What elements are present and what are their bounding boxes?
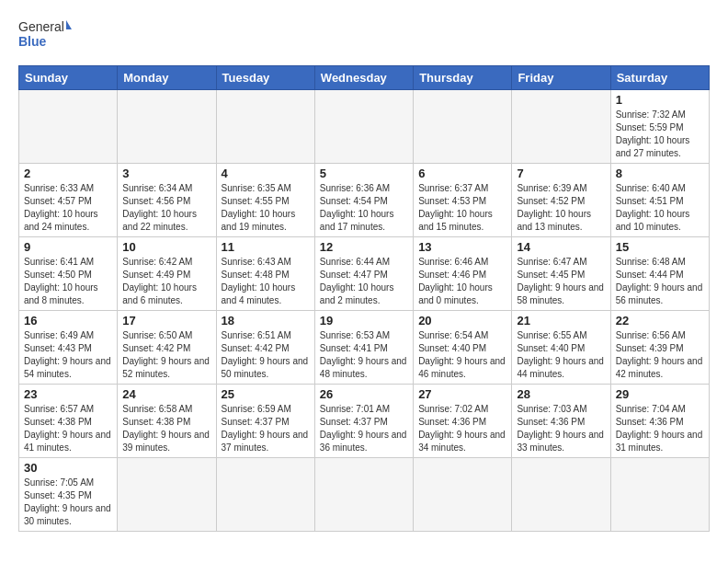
day-number: 5 xyxy=(320,167,408,180)
day-cell: 15Sunrise: 6:48 AM Sunset: 4:44 PM Dayli… xyxy=(610,237,709,311)
day-info: Sunrise: 6:53 AM Sunset: 4:41 PM Dayligh… xyxy=(320,329,408,381)
day-number: 4 xyxy=(222,167,310,180)
day-info: Sunrise: 6:56 AM Sunset: 4:39 PM Dayligh… xyxy=(616,329,704,381)
day-cell: 12Sunrise: 6:44 AM Sunset: 4:47 PM Dayli… xyxy=(314,237,413,311)
day-cell xyxy=(216,90,314,164)
day-number: 26 xyxy=(320,387,408,401)
day-number: 21 xyxy=(517,314,605,327)
day-info: Sunrise: 7:05 AM Sunset: 4:35 PM Dayligh… xyxy=(24,477,112,528)
weekday-saturday: Saturday xyxy=(610,66,709,90)
weekday-friday: Friday xyxy=(512,66,610,90)
day-info: Sunrise: 6:50 AM Sunset: 4:42 PM Dayligh… xyxy=(122,329,210,381)
day-number: 19 xyxy=(320,314,408,327)
week-row-0: 1Sunrise: 7:32 AM Sunset: 5:59 PM Daylig… xyxy=(19,90,710,164)
day-number: 27 xyxy=(418,387,506,401)
day-cell: 7Sunrise: 6:39 AM Sunset: 4:52 PM Daylig… xyxy=(512,164,610,237)
day-info: Sunrise: 6:59 AM Sunset: 4:37 PM Dayligh… xyxy=(222,403,310,454)
day-info: Sunrise: 6:42 AM Sunset: 4:49 PM Dayligh… xyxy=(122,256,210,307)
day-info: Sunrise: 6:34 AM Sunset: 4:56 PM Dayligh… xyxy=(122,182,210,234)
day-number: 24 xyxy=(122,387,210,401)
day-cell xyxy=(414,90,512,164)
day-info: Sunrise: 6:58 AM Sunset: 4:38 PM Dayligh… xyxy=(122,403,210,454)
weekday-sunday: Sunday xyxy=(19,66,118,90)
day-number: 16 xyxy=(24,314,112,327)
day-cell: 9Sunrise: 6:41 AM Sunset: 4:50 PM Daylig… xyxy=(19,237,118,311)
day-cell: 20Sunrise: 6:54 AM Sunset: 4:40 PM Dayli… xyxy=(414,311,512,385)
day-cell xyxy=(512,90,610,164)
day-cell: 28Sunrise: 7:03 AM Sunset: 4:36 PM Dayli… xyxy=(512,385,610,458)
day-info: Sunrise: 6:48 AM Sunset: 4:44 PM Dayligh… xyxy=(616,256,704,307)
day-cell: 25Sunrise: 6:59 AM Sunset: 4:37 PM Dayli… xyxy=(216,385,314,458)
day-number: 28 xyxy=(517,387,605,401)
day-cell xyxy=(314,458,413,532)
day-info: Sunrise: 6:40 AM Sunset: 4:51 PM Dayligh… xyxy=(616,182,704,234)
day-number: 3 xyxy=(122,167,210,180)
day-number: 1 xyxy=(616,93,704,107)
day-cell: 29Sunrise: 7:04 AM Sunset: 4:36 PM Dayli… xyxy=(610,385,709,458)
day-number: 10 xyxy=(122,240,210,254)
day-number: 8 xyxy=(616,167,704,180)
day-info: Sunrise: 6:54 AM Sunset: 4:40 PM Dayligh… xyxy=(418,329,506,381)
weekday-tuesday: Tuesday xyxy=(216,66,314,90)
day-cell: 14Sunrise: 6:47 AM Sunset: 4:45 PM Dayli… xyxy=(512,237,610,311)
day-info: Sunrise: 6:49 AM Sunset: 4:43 PM Dayligh… xyxy=(24,329,112,381)
day-cell: 21Sunrise: 6:55 AM Sunset: 4:40 PM Dayli… xyxy=(512,311,610,385)
day-number: 17 xyxy=(122,314,210,327)
day-cell xyxy=(414,458,512,532)
day-info: Sunrise: 6:46 AM Sunset: 4:46 PM Dayligh… xyxy=(418,256,506,307)
day-info: Sunrise: 6:33 AM Sunset: 4:57 PM Dayligh… xyxy=(24,182,112,234)
day-cell: 2Sunrise: 6:33 AM Sunset: 4:57 PM Daylig… xyxy=(19,164,118,237)
day-info: Sunrise: 6:44 AM Sunset: 4:47 PM Dayligh… xyxy=(320,256,408,307)
day-number: 18 xyxy=(222,314,310,327)
logo-svg: General Blue xyxy=(18,15,74,56)
day-cell: 3Sunrise: 6:34 AM Sunset: 4:56 PM Daylig… xyxy=(118,164,216,237)
day-cell: 27Sunrise: 7:02 AM Sunset: 4:36 PM Dayli… xyxy=(414,385,512,458)
day-number: 12 xyxy=(320,240,408,254)
day-cell: 5Sunrise: 6:36 AM Sunset: 4:54 PM Daylig… xyxy=(314,164,413,237)
week-row-4: 23Sunrise: 6:57 AM Sunset: 4:38 PM Dayli… xyxy=(19,385,710,458)
day-info: Sunrise: 7:03 AM Sunset: 4:36 PM Dayligh… xyxy=(517,403,605,454)
svg-text:Blue: Blue xyxy=(18,34,47,49)
day-number: 22 xyxy=(616,314,704,327)
day-info: Sunrise: 6:41 AM Sunset: 4:50 PM Dayligh… xyxy=(24,256,112,307)
calendar-body: 1Sunrise: 7:32 AM Sunset: 5:59 PM Daylig… xyxy=(19,90,710,532)
day-number: 25 xyxy=(222,387,310,401)
day-cell: 13Sunrise: 6:46 AM Sunset: 4:46 PM Dayli… xyxy=(414,237,512,311)
day-number: 2 xyxy=(24,167,112,180)
day-number: 7 xyxy=(517,167,605,180)
day-number: 15 xyxy=(616,240,704,254)
day-cell: 4Sunrise: 6:35 AM Sunset: 4:55 PM Daylig… xyxy=(216,164,314,237)
weekday-monday: Monday xyxy=(118,66,216,90)
day-info: Sunrise: 6:55 AM Sunset: 4:40 PM Dayligh… xyxy=(517,329,605,381)
day-info: Sunrise: 6:37 AM Sunset: 4:53 PM Dayligh… xyxy=(418,182,506,234)
day-number: 20 xyxy=(418,314,506,327)
day-cell: 11Sunrise: 6:43 AM Sunset: 4:48 PM Dayli… xyxy=(216,237,314,311)
day-info: Sunrise: 6:35 AM Sunset: 4:55 PM Dayligh… xyxy=(222,182,310,234)
weekday-header-row: SundayMondayTuesdayWednesdayThursdayFrid… xyxy=(19,66,710,90)
day-number: 11 xyxy=(222,240,310,254)
day-number: 29 xyxy=(616,387,704,401)
week-row-2: 9Sunrise: 6:41 AM Sunset: 4:50 PM Daylig… xyxy=(19,237,710,311)
day-info: Sunrise: 7:04 AM Sunset: 4:36 PM Dayligh… xyxy=(616,403,704,454)
weekday-wednesday: Wednesday xyxy=(314,66,413,90)
calendar: SundayMondayTuesdayWednesdayThursdayFrid… xyxy=(18,65,710,532)
day-cell xyxy=(118,90,216,164)
weekday-thursday: Thursday xyxy=(414,66,512,90)
day-cell: 6Sunrise: 6:37 AM Sunset: 4:53 PM Daylig… xyxy=(414,164,512,237)
day-cell: 8Sunrise: 6:40 AM Sunset: 4:51 PM Daylig… xyxy=(610,164,709,237)
svg-marker-2 xyxy=(66,20,72,29)
week-row-5: 30Sunrise: 7:05 AM Sunset: 4:35 PM Dayli… xyxy=(19,458,710,532)
day-cell xyxy=(512,458,610,532)
day-cell: 30Sunrise: 7:05 AM Sunset: 4:35 PM Dayli… xyxy=(19,458,118,532)
day-cell: 17Sunrise: 6:50 AM Sunset: 4:42 PM Dayli… xyxy=(118,311,216,385)
logo: General Blue xyxy=(18,15,74,56)
day-number: 9 xyxy=(24,240,112,254)
day-info: Sunrise: 6:43 AM Sunset: 4:48 PM Dayligh… xyxy=(222,256,310,307)
day-cell xyxy=(118,458,216,532)
day-number: 14 xyxy=(517,240,605,254)
day-cell xyxy=(314,90,413,164)
day-cell: 18Sunrise: 6:51 AM Sunset: 4:42 PM Dayli… xyxy=(216,311,314,385)
day-info: Sunrise: 7:02 AM Sunset: 4:36 PM Dayligh… xyxy=(418,403,506,454)
page: General Blue SundayMondayTuesdayWednesda… xyxy=(0,0,728,541)
week-row-3: 16Sunrise: 6:49 AM Sunset: 4:43 PM Dayli… xyxy=(19,311,710,385)
